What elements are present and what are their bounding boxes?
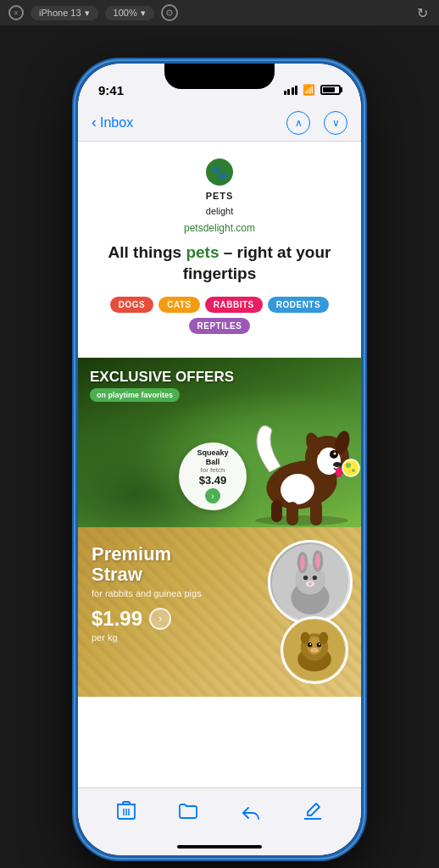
simulator-device-selector[interactable]: iPhone 13 ▾ <box>31 6 98 20</box>
email-header: 🐾 PETS delight petsdelight.com All thing… <box>78 142 361 358</box>
svg-point-0 <box>255 515 348 526</box>
brand-url-link[interactable]: petsdelight.com <box>92 222 347 234</box>
svg-point-34 <box>309 643 311 645</box>
category-pill-rabbits[interactable]: RABBITS <box>205 297 263 313</box>
reply-icon <box>241 801 261 820</box>
signal-icon <box>284 86 298 95</box>
svg-point-24 <box>303 575 308 579</box>
svg-point-32 <box>308 643 312 647</box>
svg-point-27 <box>308 582 312 585</box>
brand-name: PETS delight <box>206 187 234 217</box>
compose-button[interactable] <box>296 793 330 827</box>
folder-button[interactable] <box>171 793 205 827</box>
status-icons: 📶 <box>284 84 342 96</box>
straw-price-row: $1.99 › <box>92 607 202 631</box>
product-bubble[interactable]: Squeaky Ball for fetch $3.49 › <box>179 442 247 510</box>
straw-per-kg: per kg <box>92 632 202 643</box>
svg-point-35 <box>319 643 320 645</box>
email-body: 🐾 PETS delight petsdelight.com All thing… <box>78 142 361 697</box>
brand-icon: 🐾 <box>206 159 233 186</box>
svg-rect-13 <box>271 500 282 522</box>
folder-icon <box>178 801 198 820</box>
dog-banner-text: EXCLUSIVE OFFERS on playtime favorites <box>90 370 234 403</box>
category-pill-reptiles[interactable]: REPTILES <box>189 318 251 334</box>
battery-icon <box>320 85 341 95</box>
svg-point-23 <box>315 553 320 568</box>
phone-screen: 9:41 📶 <box>78 64 361 855</box>
rabbit-banner-content: Premium Straw for rabbits and guinea pig… <box>92 544 202 643</box>
straw-subtitle: for rabbits and guinea pigs <box>92 588 202 598</box>
phone-wrapper: 9:41 📶 <box>0 25 439 868</box>
rabbit-image-1 <box>268 540 353 625</box>
navigation-bar: ‹ Inbox ∧ ∨ <box>78 104 361 142</box>
back-chevron-icon: ‹ <box>92 114 97 131</box>
brand-name-pets: PETS <box>206 191 234 201</box>
svg-point-8 <box>334 452 336 454</box>
playtime-badge: on playtime favorites <box>90 388 180 402</box>
svg-point-21 <box>300 554 304 570</box>
simulator-refresh-button[interactable]: ↻ <box>414 4 431 21</box>
exclusive-offers-title: EXCLUSIVE OFFERS <box>90 370 234 386</box>
svg-rect-12 <box>310 500 322 526</box>
category-pill-rodents[interactable]: RODENTS <box>268 297 329 313</box>
svg-point-14 <box>342 459 359 476</box>
category-pill-cats[interactable]: CATS <box>158 297 199 313</box>
screen-content: 9:41 📶 <box>78 64 361 855</box>
trash-icon <box>117 800 136 821</box>
simulator-settings-button[interactable]: ⚙ <box>161 4 178 21</box>
svg-point-38 <box>301 632 310 643</box>
simulator-bar: × iPhone 13 ▾ 100% ▾ ⚙ ↻ <box>0 0 439 25</box>
brand-name-delight: delight <box>206 206 233 216</box>
dog-banner[interactable]: EXCLUSIVE OFFERS on playtime favorites <box>78 358 361 527</box>
straw-cta-button[interactable]: › <box>149 608 171 630</box>
home-indicator <box>78 838 361 855</box>
svg-point-39 <box>319 632 328 643</box>
nav-actions: ∧ ∨ <box>286 111 347 135</box>
brand-logo: 🐾 PETS delight <box>92 159 347 217</box>
product-price: $3.49 <box>199 475 227 487</box>
category-pills: DOGS CATS RABBITS RODENTS REPTILES <box>92 297 347 334</box>
svg-point-16 <box>352 469 355 472</box>
straw-price: $1.99 <box>92 607 142 631</box>
chevron-down-icon: ∨ <box>332 117 340 129</box>
rabbit-image-2 <box>281 616 348 684</box>
email-scroll-area[interactable]: 🐾 PETS delight petsdelight.com All thing… <box>78 142 361 787</box>
svg-point-10 <box>336 467 342 477</box>
svg-rect-11 <box>286 502 298 526</box>
product-cta-button[interactable]: › <box>205 488 220 504</box>
simulator-close-button[interactable]: × <box>8 5 24 20</box>
svg-point-25 <box>313 575 317 579</box>
straw-title: Premium Straw <box>92 544 202 585</box>
dog-illustration <box>234 383 361 527</box>
rabbit-images <box>251 536 353 688</box>
back-button[interactable]: ‹ Inbox <box>92 114 286 131</box>
notch <box>164 64 275 89</box>
simulator-zoom-selector[interactable]: 100% ▾ <box>105 6 154 20</box>
product-name: Squeaky Ball <box>197 448 228 467</box>
trash-button[interactable] <box>109 793 143 827</box>
phone-frame: 9:41 📶 <box>75 61 364 858</box>
inbox-label: Inbox <box>100 115 133 131</box>
svg-point-15 <box>346 463 351 468</box>
compose-icon <box>303 801 322 820</box>
rabbit-banner[interactable]: Premium Straw for rabbits and guinea pig… <box>78 527 361 697</box>
home-bar <box>177 845 262 849</box>
reply-button[interactable] <box>234 793 268 827</box>
svg-point-33 <box>317 643 321 647</box>
previous-message-button[interactable]: ∧ <box>286 111 310 135</box>
category-pill-dogs[interactable]: DOGS <box>110 297 153 313</box>
svg-point-9 <box>333 462 342 467</box>
chevron-up-icon: ∧ <box>295 117 303 129</box>
wifi-icon: 📶 <box>303 84 315 96</box>
email-headline: All things pets – right at your fingerti… <box>92 242 347 284</box>
svg-point-37 <box>313 649 316 651</box>
bottom-toolbar <box>78 787 361 838</box>
next-message-button[interactable]: ∨ <box>324 111 347 135</box>
